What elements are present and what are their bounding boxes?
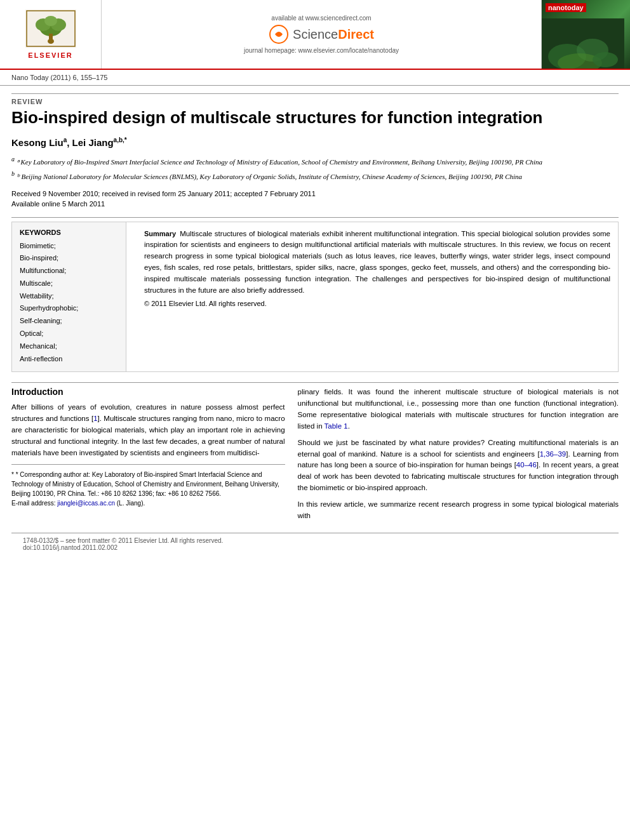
nanotoday-label-text: nanotoday: [546, 3, 586, 12]
svg-point-7: [48, 39, 54, 44]
keywords-title: KEYWORDS: [20, 229, 118, 236]
journal-homepage-text: journal homepage: www.elsevier.com/locat…: [244, 47, 399, 54]
sciencedirect-text: ScienceDirect: [293, 27, 374, 42]
author-affil-ab: a,b,*: [114, 137, 127, 143]
sciencedirect-icon: [269, 24, 289, 44]
col-left: Introduction After billions of years of …: [11, 387, 285, 526]
intro-right-text-2: Should we just be fascinated by what nat…: [298, 437, 619, 494]
section-type-label: REVIEW: [11, 93, 619, 105]
footnote-email-line: E-mail address: jianglei@iccas.ac.cn (L.…: [11, 498, 285, 508]
introduction-title: Introduction: [11, 387, 285, 397]
keywords-list: Biomimetic; Bio-inspired; Multifunctiona…: [20, 240, 118, 366]
svg-point-5: [44, 16, 57, 26]
center-header: available at www.sciencedirect.com Scien…: [102, 0, 541, 69]
affiliation-b: b ᵇ Beijing National Laboratory for Mole…: [11, 169, 619, 182]
elsevier-brand-text: ELSEVIER: [25, 51, 76, 59]
footnote-star: *: [11, 471, 16, 478]
intro-right-text-3: In this review article, we summarize rec…: [298, 499, 619, 522]
divider-1: [11, 217, 619, 218]
affiliations-block: a ᵃ Key Laboratory of Bio-Inspired Smart…: [11, 154, 619, 182]
footnote-text-body: * Corresponding author at: Key Laborator…: [11, 471, 279, 497]
sciencedirect-logo: ScienceDirect: [269, 24, 374, 44]
keyword-1: Biomimetic;: [20, 240, 118, 253]
affiliation-a: a ᵃ Key Laboratory of Bio-Inspired Smart…: [11, 154, 619, 167]
elsevier-tree-icon: [25, 10, 76, 48]
doi-line: doi:10.1016/j.nantod.2011.02.002: [23, 544, 607, 551]
footnote-area: * * Corresponding author at: Key Laborat…: [11, 464, 285, 508]
keywords-summary-row: KEYWORDS Biomimetic; Bio-inspired; Multi…: [11, 222, 619, 373]
keyword-7: Self-cleaning;: [20, 315, 118, 328]
intro-right-text-1: plinary fields. It was found the inheren…: [298, 387, 619, 432]
article-title: Bio-inspired design of multiscale struct…: [11, 108, 619, 128]
affil-b-label: b: [11, 170, 15, 177]
summary-box: SummaryMultiscale structures of biologic…: [137, 222, 618, 372]
keyword-10: Anti-reflection: [20, 353, 118, 366]
bottom-bar: 1748-0132/$ – see front matter © 2011 El…: [11, 533, 619, 555]
affil-a-text: ᵃ Key Laboratory of Bio-Inspired Smart I…: [17, 158, 542, 166]
summary-label: Summary: [144, 230, 176, 237]
author-affil-a: a: [64, 137, 67, 143]
keyword-9: Mechanical;: [20, 340, 118, 353]
main-content: REVIEW Bio-inspired design of multiscale…: [0, 93, 630, 555]
available-online: Available online 5 March 2011: [11, 199, 619, 210]
nanotoday-image: nanotoday: [542, 0, 630, 69]
ref-40-46-link[interactable]: 40–46: [516, 461, 537, 469]
elsevier-logo: ELSEVIER: [25, 10, 76, 59]
body-columns: Introduction After billions of years of …: [11, 387, 619, 526]
citation-text: Nano Today (2011) 6, 155–175: [11, 74, 107, 81]
intro-left-text: After billions of years of evolution, cr…: [11, 402, 285, 458]
table1-link[interactable]: Table 1: [325, 422, 348, 430]
keyword-5: Wettability;: [20, 290, 118, 303]
svg-point-13: [593, 52, 618, 67]
ref-1-36-link[interactable]: 1,36–39: [540, 450, 566, 458]
copyright-line: © 2011 Elsevier Ltd. All rights reserved…: [144, 300, 610, 307]
keyword-8: Optical;: [20, 328, 118, 340]
available-at-text: available at www.sciencedirect.com: [271, 15, 371, 22]
keywords-box: KEYWORDS Biomimetic; Bio-inspired; Multi…: [12, 222, 126, 372]
footnote-corresponding: * * Corresponding author at: Key Laborat…: [11, 470, 285, 498]
nanotoday-logo-box: nanotoday: [541, 0, 630, 69]
issn-line: 1748-0132/$ – see front matter © 2011 El…: [23, 537, 607, 544]
author-name-2: Lei Jiang: [72, 137, 114, 148]
affil-b-text: ᵇ Beijing National Laboratory for Molecu…: [17, 173, 522, 180]
email-label: E-mail address:: [11, 500, 55, 507]
journal-header: ELSEVIER available at www.sciencedirect.…: [0, 0, 630, 70]
email-link[interactable]: jianglei@iccas.ac.cn: [57, 500, 115, 507]
author-name: Kesong Liu: [11, 137, 64, 148]
citation-line: Nano Today (2011) 6, 155–175: [0, 70, 630, 86]
keyword-2: Bio-inspired;: [20, 252, 118, 265]
keyword-6: Superhydrophobic;: [20, 302, 118, 315]
summary-body: Multiscale structures of biological mate…: [144, 230, 610, 294]
received-dates: Received 9 November 2010; received in re…: [11, 189, 619, 199]
col-right: plinary fields. It was found the inheren…: [298, 387, 619, 526]
dates-block: Received 9 November 2010; received in re…: [11, 189, 619, 210]
keyword-4: Multiscale;: [20, 277, 118, 290]
ref-1-link[interactable]: 1: [93, 415, 97, 422]
page-wrapper: ELSEVIER available at www.sciencedirect.…: [0, 0, 630, 840]
email-suffix: (L. Jiang).: [117, 500, 145, 507]
elsevier-logo-box: ELSEVIER: [0, 0, 102, 69]
divider-2: [11, 382, 619, 383]
authors-line: Kesong Liua, Lei Jianga,b,*: [11, 137, 619, 148]
summary-text-block: SummaryMultiscale structures of biologic…: [144, 229, 610, 297]
affil-a-label: a: [11, 156, 15, 163]
keyword-3: Multifunctional;: [20, 265, 118, 277]
nanotoday-decoration: [542, 18, 624, 69]
